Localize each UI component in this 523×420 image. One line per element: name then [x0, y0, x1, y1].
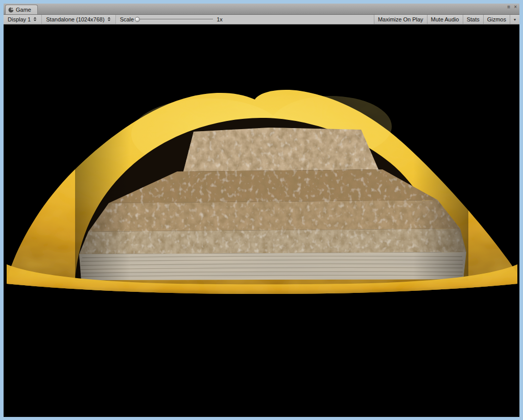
maximize-on-play-button[interactable]: Maximize On Play: [374, 15, 427, 24]
game-viewport[interactable]: [4, 24, 519, 417]
window-controls: ≡ ×: [507, 5, 517, 10]
tab-label: Game: [16, 7, 31, 13]
mute-audio-button[interactable]: Mute Audio: [427, 15, 463, 24]
chevron-down-icon: ▾: [514, 17, 516, 22]
resolution-dropdown-value: Standalone (1024x768): [46, 16, 104, 22]
tab-bar: Game ≡ ×: [4, 4, 519, 15]
game-view-icon: [8, 7, 14, 13]
gizmos-label: Gizmos: [487, 16, 506, 22]
scale-slider-knob[interactable]: [135, 17, 140, 22]
mute-audio-label: Mute Audio: [431, 16, 459, 22]
maximize-on-play-label: Maximize On Play: [378, 16, 423, 22]
gizmos-dropdown-button[interactable]: Gizmos ▾: [483, 15, 519, 24]
stats-button[interactable]: Stats: [463, 15, 483, 24]
game-view-toolbar: Display 1 Standalone (1024x768) Scale 1x…: [4, 15, 519, 24]
display-dropdown[interactable]: Display 1: [4, 15, 42, 24]
close-icon[interactable]: ×: [514, 5, 517, 10]
updown-arrows-icon: [107, 16, 111, 22]
scale-slider-track[interactable]: [137, 19, 213, 20]
scale-control: Scale 1x: [116, 15, 227, 24]
display-dropdown-value: Display 1: [8, 16, 31, 22]
toolbar-spacer: [227, 15, 374, 24]
updown-arrows-icon: [33, 16, 37, 22]
scene-3d: [4, 24, 519, 417]
gizmos-separator: [510, 15, 510, 24]
window-menu-icon[interactable]: ≡: [507, 5, 510, 10]
scale-label: Scale: [120, 16, 134, 22]
stats-label: Stats: [467, 16, 480, 22]
stack-side-shading: [75, 125, 468, 281]
tab-game[interactable]: Game: [5, 5, 38, 14]
unity-game-window: Game ≡ × Display 1 Standalone (1024x768)…: [4, 4, 519, 417]
scale-value: 1x: [217, 16, 223, 22]
slab-stack: [75, 125, 468, 281]
resolution-dropdown[interactable]: Standalone (1024x768): [42, 15, 115, 24]
